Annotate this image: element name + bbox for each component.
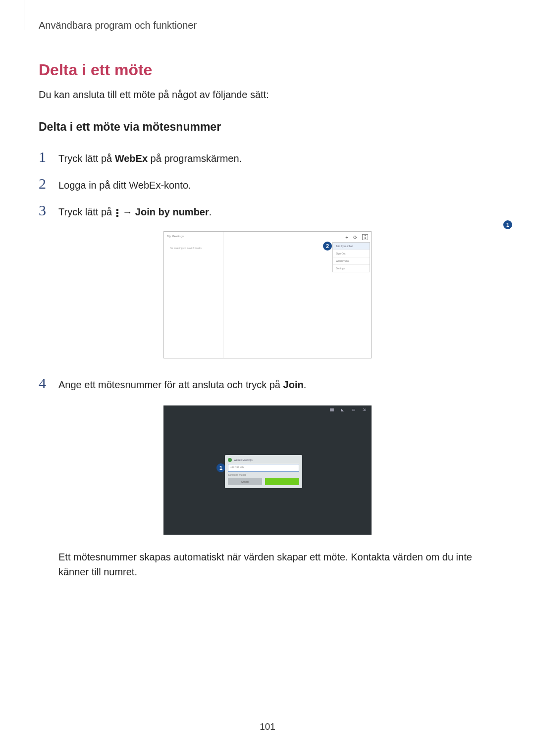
- sidebar-title: My Meetings: [167, 235, 220, 238]
- step-4: 4 Ange ett mötesnummer för att ansluta o…: [39, 376, 496, 392]
- intro-text: Du kan ansluta till ett möte på något av…: [39, 89, 496, 101]
- breadcrumb: Användbara program och funktioner: [39, 20, 496, 31]
- page-number: 101: [260, 721, 275, 732]
- signal-icon: ▮▮: [330, 407, 336, 411]
- screenshot-join-dialog: ▮▮ ◣ ▭ ⇲ 1 2 WebEx Meetings 123 456 789 …: [163, 405, 372, 535]
- note-text: Ett mötesnummer skapas automatiskt när v…: [58, 550, 496, 579]
- status-bar: ▮▮ ◣ ▭ ⇲: [330, 407, 369, 411]
- join-dialog: WebEx Meetings 123 456 789 Samsung mobil…: [225, 455, 302, 488]
- meetings-sidebar: My Meetings No meetings in next 2 weeks: [164, 232, 223, 358]
- wifi-icon: ◣: [341, 407, 347, 411]
- step-post: på programskärmen.: [148, 153, 242, 164]
- screenshot-1-wrapper: 1 My Meetings No meetings in next 2 week…: [39, 231, 496, 358]
- step-text: Logga in på ditt WebEx-konto.: [58, 176, 191, 192]
- step-pre: Ange ett mötesnummer för att ansluta och…: [58, 379, 283, 390]
- step-bold: Join: [283, 379, 304, 390]
- step-number: 3: [39, 203, 58, 218]
- callout-1: 1: [216, 463, 225, 472]
- battery-icon: ▭: [352, 407, 358, 411]
- step-pre: Tryck lätt på: [58, 153, 115, 164]
- step-bold: Join by number: [135, 206, 209, 217]
- dialog-buttons: Cancel: [228, 478, 299, 485]
- overflow-menu-icon: [365, 235, 366, 239]
- meeting-number-input[interactable]: 123 456 789: [228, 464, 299, 472]
- callout-2: 2: [323, 242, 332, 251]
- callout-1: 1: [503, 220, 512, 229]
- no-meetings-message: No meetings in next 2 weeks: [167, 247, 220, 250]
- step-1: 1 Tryck lätt på WebEx på programskärmen.: [39, 150, 496, 165]
- webex-globe-icon: [228, 458, 232, 462]
- account-label: Samsung mobile: [228, 473, 299, 476]
- refresh-icon[interactable]: ⟳: [353, 235, 357, 240]
- dialog-header: WebEx Meetings: [228, 458, 299, 462]
- step-text: Ange ett mötesnummer för att ansluta och…: [58, 376, 306, 392]
- join-button[interactable]: [265, 478, 299, 485]
- step-number: 4: [39, 376, 58, 391]
- overflow-menu-icon: [116, 209, 118, 217]
- screenshot-2-wrapper: ▮▮ ◣ ▭ ⇲ 1 2 WebEx Meetings 123 456 789 …: [39, 405, 496, 535]
- dropdown-sign-out[interactable]: Sign Out: [333, 250, 370, 257]
- share-icon: ⇲: [363, 407, 369, 411]
- step-number: 2: [39, 176, 58, 191]
- step-post: .: [209, 206, 212, 217]
- dropdown-join-by-number[interactable]: Join by number: [333, 243, 370, 250]
- step-arrow: →: [120, 206, 135, 217]
- page-title: Delta i ett möte: [39, 61, 496, 79]
- cancel-button[interactable]: Cancel: [228, 478, 262, 485]
- dropdown-settings[interactable]: Settings: [333, 265, 370, 272]
- step-text: Tryck lätt på → Join by number.: [58, 203, 212, 219]
- step-2: 2 Logga in på ditt WebEx-konto.: [39, 176, 496, 192]
- step-text: Tryck lätt på WebEx på programskärmen.: [58, 150, 242, 165]
- step-post: .: [304, 379, 307, 390]
- step-3: 3 Tryck lätt på → Join by number.: [39, 203, 496, 219]
- dialog-title: WebEx Meetings: [234, 458, 253, 461]
- overflow-menu-button[interactable]: [362, 234, 368, 240]
- dropdown-watch-video[interactable]: Watch video: [333, 257, 370, 265]
- step-bold: WebEx: [115, 153, 148, 164]
- overflow-dropdown: Join by number Sign Out Watch video Sett…: [332, 242, 370, 272]
- add-icon[interactable]: +: [345, 235, 348, 240]
- screenshot-meetings-list: My Meetings No meetings in next 2 weeks …: [163, 231, 372, 358]
- step-pre: Tryck lätt på: [58, 206, 115, 217]
- subsection-title: Delta i ett möte via mötesnummer: [39, 120, 496, 134]
- meetings-main-area: + ⟳ 2 Join by number Sign Out Watch vide…: [223, 232, 371, 358]
- toolbar: + ⟳: [345, 234, 368, 240]
- page-content: Användbara program och funktioner Delta …: [0, 0, 535, 756]
- step-number: 1: [39, 150, 58, 164]
